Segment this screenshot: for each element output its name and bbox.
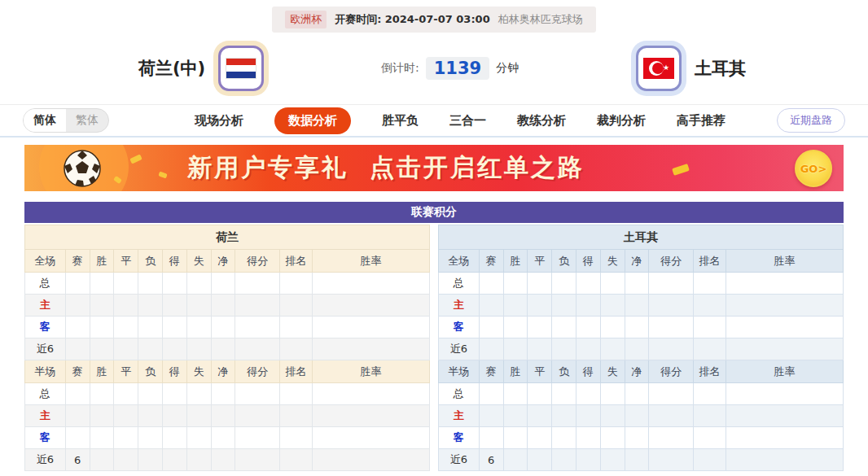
column-header: 失 xyxy=(186,250,211,273)
stat-cell xyxy=(726,427,843,449)
stat-cell xyxy=(138,383,163,405)
column-header: 负 xyxy=(552,250,576,273)
stat-cell xyxy=(114,427,138,449)
stat-cell xyxy=(726,338,843,360)
stat-cell xyxy=(138,427,163,449)
stat-cell xyxy=(138,273,163,295)
stat-cell xyxy=(186,317,211,338)
stat-cell xyxy=(726,295,843,317)
table-row: 总 xyxy=(439,383,844,405)
row-label: 主 xyxy=(25,295,66,317)
lang-simplified[interactable]: 简体 xyxy=(24,109,66,132)
stat-cell xyxy=(65,427,90,449)
stat-cell xyxy=(65,383,90,405)
column-header: 净 xyxy=(625,360,649,383)
stat-cell xyxy=(552,427,576,449)
stat-cell xyxy=(211,338,235,360)
column-header: 半场 xyxy=(25,360,66,383)
stat-cell xyxy=(235,273,280,295)
stat-cell xyxy=(186,338,211,360)
table-row: 总 xyxy=(25,383,430,405)
column-header: 赛 xyxy=(479,360,503,383)
stat-cell xyxy=(576,338,600,360)
stat-cell xyxy=(694,427,726,449)
stat-cell xyxy=(186,295,211,317)
column-header: 净 xyxy=(211,360,235,383)
stat-cell xyxy=(90,295,114,317)
stat-cell xyxy=(528,449,552,471)
column-header: 负 xyxy=(138,250,163,273)
table-row: 近6 xyxy=(25,338,430,360)
stat-cell xyxy=(528,317,552,338)
stat-cell xyxy=(625,427,649,449)
team-table-away: 土耳其全场赛胜平负得失净得分排名胜率总主客近6半场赛胜平负得失净得分排名胜率总主… xyxy=(438,225,844,471)
stat-cell xyxy=(600,273,625,295)
stat-cell xyxy=(552,405,576,427)
language-toggle[interactable]: 简体 繁体 xyxy=(23,108,109,133)
table-row: 客 xyxy=(439,427,844,449)
stat-cell xyxy=(503,273,528,295)
stat-cell xyxy=(90,427,114,449)
go-button[interactable]: GO> xyxy=(795,150,832,187)
nav-tab[interactable]: 裁判分析 xyxy=(597,113,646,129)
nav-tab[interactable]: 胜平负 xyxy=(382,113,419,129)
column-header: 得分 xyxy=(649,360,694,383)
stat-cell xyxy=(694,317,726,338)
stat-cell xyxy=(162,338,186,360)
stat-cell xyxy=(576,383,600,405)
stat-cell xyxy=(280,405,313,427)
column-header: 得分 xyxy=(649,250,694,273)
stat-cell xyxy=(280,449,313,471)
stat-cell xyxy=(503,295,528,317)
stat-cell xyxy=(694,295,726,317)
table-row: 总 xyxy=(439,273,844,295)
stat-cell xyxy=(211,295,235,317)
column-header: 排名 xyxy=(694,360,726,383)
nav-tab[interactable]: 高手推荐 xyxy=(677,113,726,129)
table-row: 主 xyxy=(439,295,844,317)
stat-cell xyxy=(114,405,138,427)
column-header: 得分 xyxy=(235,360,280,383)
row-label: 主 xyxy=(439,405,480,427)
stat-cell xyxy=(162,317,186,338)
column-header: 胜 xyxy=(503,250,528,273)
match-info-bar: 欧洲杯 开赛时间: 2024-07-07 03:00 柏林奥林匹克球场 xyxy=(0,0,868,33)
kickoff-label: 开赛时间: xyxy=(335,13,381,25)
column-header: 平 xyxy=(114,250,138,273)
stat-cell xyxy=(162,449,186,471)
stat-cell xyxy=(235,383,280,405)
home-team-block: 荷兰(中) xyxy=(138,46,264,91)
stat-cell xyxy=(649,338,694,360)
team-name-row: 荷兰 xyxy=(25,225,430,250)
stat-cell xyxy=(280,295,313,317)
table-row: 近66 xyxy=(25,449,430,471)
recent-trend-button[interactable]: 近期盘路 xyxy=(777,108,845,133)
stat-cell xyxy=(600,405,625,427)
stat-cell xyxy=(726,317,843,338)
nav-tab[interactable]: 数据分析 xyxy=(274,107,351,134)
stat-cell xyxy=(649,427,694,449)
row-label: 总 xyxy=(25,273,66,295)
stat-cell xyxy=(625,317,649,338)
column-header: 平 xyxy=(528,360,552,383)
stat-cell xyxy=(114,295,138,317)
stat-cell xyxy=(649,295,694,317)
stat-cell xyxy=(576,405,600,427)
lang-traditional[interactable]: 繁体 xyxy=(66,109,108,132)
promo-banner[interactable]: 新用户专享礼 点击开启红单之路 GO> xyxy=(24,145,844,191)
stat-cell xyxy=(90,338,114,360)
table-row: 近6 xyxy=(439,338,844,360)
column-header: 排名 xyxy=(280,250,313,273)
row-label: 总 xyxy=(439,273,480,295)
row-label: 客 xyxy=(439,427,480,449)
nav-tab[interactable]: 现场分析 xyxy=(195,113,243,129)
column-header-row: 半场赛胜平负得失净得分排名胜率 xyxy=(439,360,844,383)
nav-tab[interactable]: 教练分析 xyxy=(517,113,566,129)
nav-tab[interactable]: 三合一 xyxy=(449,113,486,129)
column-header: 赛 xyxy=(479,250,503,273)
stat-cell xyxy=(235,295,280,317)
team-header: 荷兰(中) 倒计时: 1139 分钟 ★ 土耳其 xyxy=(0,33,868,104)
column-header: 胜率 xyxy=(726,360,843,383)
column-header: 平 xyxy=(114,360,138,383)
column-header: 平 xyxy=(528,250,552,273)
